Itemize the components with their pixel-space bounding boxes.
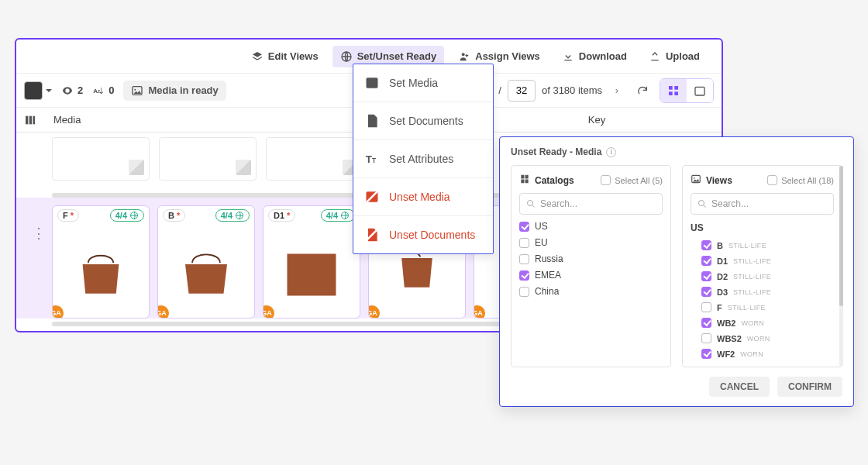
menu-label: Set Media	[389, 77, 438, 89]
svg-rect-10	[695, 87, 704, 95]
image-icon	[691, 174, 701, 187]
media-card[interactable]: F*4/4 GA	[52, 205, 150, 319]
calendar-view-button[interactable]	[687, 79, 713, 102]
list-item[interactable]: WF2WORN	[691, 349, 829, 359]
svg-rect-17	[367, 78, 378, 88]
list-item[interactable]: WB2WORN	[691, 318, 829, 328]
layers-icon	[251, 50, 264, 63]
menu-set-documents[interactable]: Set Documents	[353, 102, 493, 140]
search-icon	[526, 199, 536, 208]
assign-views-label: Assign Views	[475, 50, 540, 62]
grid-view-button[interactable]	[660, 79, 687, 102]
panel-title: Catalogs	[535, 175, 574, 186]
pager-total-input[interactable]	[508, 80, 536, 102]
views-panel: Views Select All (18) Search... US BSTIL…	[682, 165, 842, 367]
person-plus-icon	[458, 50, 470, 63]
search-placeholder: Search...	[540, 198, 577, 209]
card-code: B	[168, 211, 174, 220]
select-all-views[interactable]: Select All (18)	[767, 175, 834, 185]
svg-rect-9	[674, 91, 678, 95]
list-item[interactable]: US	[519, 221, 663, 232]
upload-button[interactable]: Upload	[641, 46, 708, 67]
set-unset-menu: Set Media Set Documents TT Set Attribute…	[353, 64, 494, 254]
svg-rect-7	[674, 86, 678, 90]
pager-slash: /	[498, 84, 501, 96]
upload-icon	[649, 50, 661, 63]
globe-icon	[340, 50, 353, 63]
sort-filter[interactable]: AZ 0	[92, 84, 114, 97]
visible-filter[interactable]: 2	[61, 84, 83, 97]
svg-text:T: T	[366, 153, 372, 165]
menu-label: Unset Media	[389, 191, 450, 203]
list-item[interactable]: Russia	[519, 253, 663, 264]
menu-unset-media[interactable]: Unset Media	[353, 178, 493, 216]
thumb-placeholder[interactable]	[52, 137, 150, 181]
dialog-title: Unset Ready - Media	[511, 146, 601, 157]
edit-views-button[interactable]: Edit Views	[243, 46, 326, 67]
confirm-button[interactable]: CONFIRM	[777, 377, 842, 397]
menu-unset-documents[interactable]: Unset Documents	[353, 216, 493, 253]
svg-rect-6	[669, 86, 673, 90]
svg-point-1	[462, 53, 465, 56]
set-unset-label: Set/Unset Ready	[357, 50, 437, 62]
download-button[interactable]: Download	[554, 46, 635, 67]
view-toggle	[660, 78, 714, 103]
list-item[interactable]: China	[519, 286, 663, 297]
svg-point-5	[135, 88, 136, 90]
vertical-scrollbar[interactable]	[839, 166, 843, 367]
image-icon	[364, 75, 380, 91]
list-item[interactable]: EMEA	[519, 270, 663, 281]
download-icon	[562, 50, 574, 63]
panel-title: Views	[706, 175, 732, 186]
list-item[interactable]: D3STILL-LIFE	[691, 287, 829, 297]
refresh-button[interactable]	[632, 80, 653, 102]
search-icon	[698, 199, 707, 208]
eye-icon	[61, 84, 74, 97]
group-label: US	[691, 222, 829, 233]
svg-rect-11	[26, 115, 28, 124]
svg-rect-12	[29, 115, 32, 124]
column-key: Key	[480, 114, 714, 126]
svg-rect-13	[33, 115, 35, 124]
thumb-placeholder[interactable]	[266, 137, 363, 181]
menu-label: Set Documents	[389, 115, 463, 127]
views-search-input[interactable]: Search...	[691, 193, 834, 215]
visible-count: 2	[78, 84, 83, 96]
category-dropdown[interactable]	[24, 81, 52, 100]
status-chip[interactable]: Media in ready	[123, 81, 226, 101]
media-card[interactable]: D1*4/4 GA	[263, 205, 360, 319]
columns-icon[interactable]	[24, 114, 46, 126]
card-code: F	[63, 211, 68, 220]
menu-label: Set Attributes	[389, 153, 453, 165]
svg-rect-8	[669, 91, 673, 95]
list-item[interactable]: FSTILL-LIFE	[691, 302, 829, 312]
row-actions-button[interactable]: ⋮	[32, 232, 46, 235]
list-item[interactable]: BSTILL-LIFE	[691, 240, 829, 250]
menu-set-attributes[interactable]: TT Set Attributes	[353, 140, 493, 178]
svg-point-26	[699, 201, 704, 206]
search-placeholder: Search...	[711, 198, 749, 209]
sort-count: 0	[108, 84, 114, 96]
media-card[interactable]: B*4/4 GA	[157, 205, 255, 319]
image-off-icon	[364, 189, 380, 205]
select-all-label: Select All (5)	[615, 176, 663, 185]
catalogs-panel: Catalogs Select All (5) Search... US EU …	[511, 165, 671, 367]
catalogs-search-input[interactable]: Search...	[519, 193, 663, 215]
views-list: US BSTILL-LIFE D1STILL-LIFE D2STILL-LIFE…	[691, 221, 834, 359]
pager-next-button[interactable]: ›	[608, 80, 625, 102]
list-item[interactable]: D1STILL-LIFE	[691, 256, 829, 266]
list-item[interactable]: WBS2WORN	[691, 333, 829, 343]
svg-point-23	[528, 201, 533, 206]
info-icon[interactable]: i	[606, 147, 616, 157]
svg-point-25	[694, 177, 695, 179]
document-icon	[364, 113, 380, 129]
select-all-catalogs[interactable]: Select All (5)	[601, 175, 663, 185]
list-item[interactable]: D2STILL-LIFE	[691, 271, 829, 281]
sort-az-icon: AZ	[92, 84, 105, 97]
thumb-placeholder[interactable]	[159, 137, 257, 181]
cancel-button[interactable]: CANCEL	[709, 377, 770, 397]
list-item[interactable]: EU	[519, 237, 663, 248]
select-all-label: Select All (18)	[781, 176, 834, 185]
menu-set-media[interactable]: Set Media	[353, 64, 493, 102]
card-code: D1	[274, 211, 284, 220]
